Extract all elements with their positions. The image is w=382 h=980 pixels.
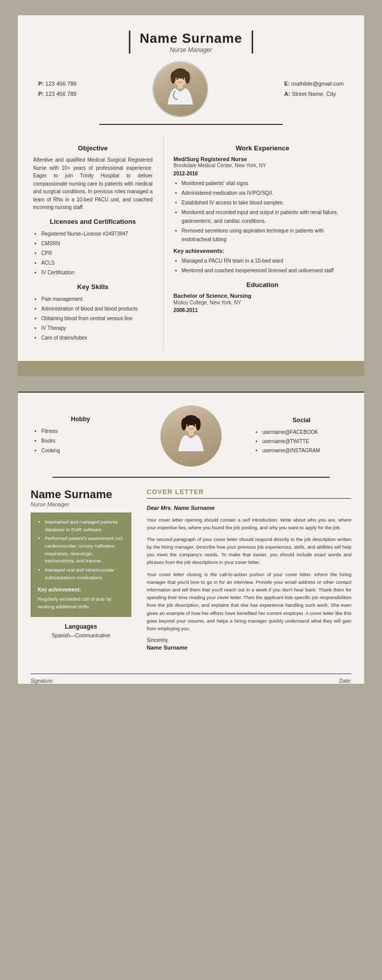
licenses-title: Licenses and Certifications [33, 218, 153, 225]
cl-paragraph-2: The second paragraph of your cover lette… [147, 535, 351, 566]
svg-point-12 [187, 424, 189, 426]
profile-photo [152, 61, 208, 117]
cl-paragraph-3: Your cover letter closing is the call-to… [147, 571, 351, 633]
list-item: Managed a PACU RN team in a 10-bed ward [182, 256, 351, 265]
cl-sincerely: Sincerely, [147, 637, 351, 643]
header-divider [99, 124, 283, 125]
list-item: CMSRN [41, 239, 153, 248]
skills-list: Pain management Administration of blood … [33, 295, 153, 342]
cl-name: Name Surname [31, 488, 131, 501]
list-item: Performed patient's assessment incl. car… [45, 535, 124, 565]
svg-point-2 [171, 71, 176, 84]
left-column: Objective Attentive and qualified Medica… [18, 137, 163, 351]
cl-key-achievement-label: Key achievement: [38, 586, 124, 594]
cover-letter-right: COVER LETTER Dear Mrs. Name Surname Your… [139, 488, 364, 659]
list-item: Monitored and recorded input and output … [182, 208, 351, 225]
cl-key-achievement-text: Regularly exceeded call of duty by worki… [38, 596, 124, 610]
job-title: Med/Surg Registered Nurse [174, 156, 351, 162]
hobby-title: Hobby [33, 416, 128, 423]
cl-green-box: Maintained and managed patients database… [31, 512, 131, 617]
list-item: Pain management [41, 295, 153, 303]
edu-degree: Bachelor of Science, Nursing [174, 293, 351, 299]
hobby-social-section: Hobby Fitness Books Cooking Social [18, 392, 364, 477]
list-item: Registered Nurse–License #24973947 [41, 229, 153, 238]
list-item: Fitness [41, 427, 128, 435]
cover-letter-left: Name Surname Nurse Manager Maintained an… [18, 488, 139, 659]
list-item: Care of drains/tubes [41, 333, 153, 342]
header-line-left [129, 31, 130, 54]
list-item: Removed secretions using aspiration tech… [182, 226, 351, 244]
list-item: username@INSTAGRAM [262, 446, 349, 455]
social-list: username@FACEBOOK username@TWITTE userna… [254, 428, 349, 455]
contact-right: E: mathilde@gmail.com A: Street Name, Ci… [284, 79, 344, 99]
licenses-list: Registered Nurse–License #24973947 CMSRN… [33, 229, 153, 277]
resume-name: Name Surname [140, 31, 242, 46]
list-item: Administration of blood and blood produc… [41, 304, 153, 313]
cl-signature-label: Signature: [31, 678, 54, 684]
cl-dear: Dear Mrs. Name Surname [147, 505, 351, 511]
right-column: Work Experience Med/Surg Registered Nurs… [163, 137, 364, 351]
svg-rect-11 [188, 431, 194, 435]
list-item: Established IV access to take blood samp… [182, 198, 351, 207]
social-title: Social [254, 417, 349, 424]
skills-title: Key Skills [33, 283, 153, 291]
list-item: IV Therapy [41, 324, 153, 332]
social-column: Social username@FACEBOOK username@TWITTE… [254, 417, 349, 455]
cl-footer: Signature: Date: [31, 674, 351, 684]
list-item: Administered medication via IV/PO/SQ/I. [182, 189, 351, 197]
cl-subtitle: Nurse Manager [31, 501, 131, 507]
cover-letter-page: Name Surname Nurse Manager Maintained an… [18, 477, 364, 684]
svg-point-5 [176, 78, 178, 80]
list-item: Monitored patients' vital signs [182, 179, 351, 188]
header-line-right [252, 31, 253, 54]
job-company: Brookdale Medical Center, New York, NY [174, 163, 351, 168]
work-exp-title: Work Experience [174, 144, 351, 152]
key-achievements-label: Key achievements: [174, 248, 351, 254]
list-item: Cooking [41, 446, 128, 455]
education-title: Education [174, 281, 351, 289]
cl-languages-text: Spanish—Communicative [31, 633, 131, 638]
list-item: Maintained and managed patients database… [45, 519, 124, 533]
svg-point-10 [196, 418, 201, 430]
edu-dates: 2008-2011 [174, 307, 351, 313]
edu-school: Molloy College, New York, NY [174, 300, 351, 305]
svg-rect-4 [178, 85, 183, 89]
job-dates: 2012-2016 [174, 171, 351, 176]
list-item: IV Certification [41, 268, 153, 277]
cl-date-label: Date: [339, 678, 351, 684]
hobby-photo [160, 405, 222, 467]
list-item: ACLS [41, 259, 153, 267]
hobby-list: Fitness Books Cooking [33, 427, 128, 455]
cl-header-label: COVER LETTER [147, 488, 351, 496]
hobby-column: Hobby Fitness Books Cooking [33, 416, 128, 456]
svg-point-13 [193, 424, 195, 426]
cl-header-divider [147, 498, 351, 499]
cl-signature-name: Name Surname [147, 644, 351, 651]
svg-point-3 [185, 71, 190, 84]
list-item: Mentored and coached inexperienced licen… [182, 266, 351, 275]
list-item: Obtaining blood from central venous line [41, 314, 153, 323]
resume-title: Nurse Manager [140, 46, 242, 54]
objective-title: Objective [33, 144, 153, 152]
list-item: Managed oral and intramuscular subcutane… [45, 566, 124, 581]
contact-left: P: 123 456 789 P: 123 456 789 [38, 79, 76, 99]
objective-text: Attentive and qualified Medical Surgical… [33, 156, 153, 212]
svg-point-6 [182, 78, 184, 80]
svg-point-9 [181, 418, 186, 430]
list-item: CPR [41, 249, 153, 257]
job-duties-list: Monitored patients' vital signs Administ… [174, 179, 351, 244]
list-item: username@TWITTE [262, 437, 349, 446]
list-item: username@FACEBOOK [262, 428, 349, 437]
list-item: Books [41, 436, 128, 445]
cl-paragraph-1: Your cover letter opening should contain… [147, 516, 351, 531]
achievements-list: Managed a PACU RN team in a 10-bed ward … [174, 256, 351, 275]
cl-languages-title: Languages [31, 623, 131, 630]
page-footer-bar [18, 361, 364, 376]
